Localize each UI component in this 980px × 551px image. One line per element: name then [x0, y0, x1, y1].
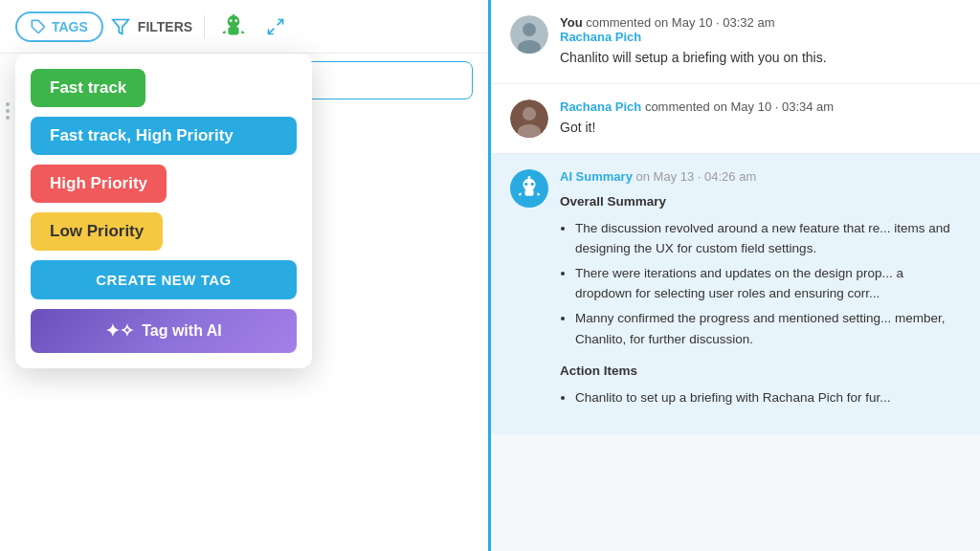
comment-rachana-text: Got it!: [560, 118, 961, 138]
svg-point-3: [230, 19, 233, 22]
comment-rachana: Rachana Pich commented on May 10 · 03:34…: [491, 84, 980, 154]
comment-you-text: Chanlito will setup a briefing with you …: [560, 48, 961, 68]
comment-you-body: You commented on May 10 · 03:32 am Racha…: [560, 15, 961, 68]
svg-line-9: [278, 19, 283, 25]
comment-rachana-body: Rachana Pich commented on May 10 · 03:34…: [560, 99, 961, 138]
bullet-2: There were iterations and updates on the…: [575, 263, 961, 304]
svg-point-15: [523, 107, 536, 121]
comment-you: You commented on May 10 · 03:32 am Racha…: [491, 0, 980, 84]
right-panel: You commented on May 10 · 03:32 am Racha…: [488, 0, 980, 551]
tags-tab[interactable]: TAGS: [15, 11, 103, 42]
comment-rachana-meta: Rachana Pich commented on May 10 · 03:34…: [560, 99, 961, 114]
ai-robot-icon: [220, 13, 247, 40]
three-dots: [2, 99, 13, 123]
tag-ai-label: Tag with AI: [142, 322, 222, 340]
tags-label: TAGS: [52, 19, 88, 34]
bullet-1: The discussion revolved around a new fea…: [575, 218, 961, 259]
svg-point-22: [528, 176, 531, 179]
toolbar-divider: [204, 15, 205, 38]
expand-icon-btn[interactable]: [258, 10, 293, 44]
rachana-commented-on: commented on May 10 · 03:34 am: [645, 99, 834, 114]
dot3: [6, 116, 10, 120]
svg-rect-5: [229, 27, 239, 34]
fast-track-tag-btn[interactable]: Fast track: [31, 69, 145, 107]
overall-summary-title: Overall Summary: [560, 191, 961, 212]
low-priority-tag-btn[interactable]: Low Priority: [31, 212, 163, 251]
expand-icon: [266, 17, 285, 36]
high-priority-tag-btn[interactable]: High Priority: [31, 165, 167, 203]
svg-point-19: [531, 183, 534, 186]
ai-summary-content: Overall Summary The discussion revolved …: [560, 191, 961, 408]
svg-line-10: [269, 28, 275, 33]
rachana-pich-link-1[interactable]: Rachana Pich: [560, 30, 641, 44]
filters-label[interactable]: FILTERS: [138, 19, 192, 34]
you-avatar: [510, 15, 548, 54]
dropdown-panel: Fast track Fast track, High Priority Hig…: [15, 54, 312, 368]
action-items-title: Action Items: [560, 361, 961, 382]
commented-on-text: commented on May 10 · 03:32 am: [586, 15, 774, 30]
svg-point-12: [523, 23, 536, 36]
ai-bot-icon: [517, 176, 542, 201]
ai-avatar: [510, 169, 548, 208]
svg-rect-20: [524, 189, 533, 196]
ai-summary-block: AI Summary on May 13 · 04:26 am Overall …: [491, 154, 980, 434]
left-panel: TAGS FILTERS: [0, 0, 488, 551]
ai-stars-icon: ✦✧: [105, 320, 134, 342]
tag-with-ai-btn[interactable]: ✦✧ Tag with AI: [31, 309, 297, 353]
action-bullets: Chanlito to set up a briefing with Racha…: [560, 387, 961, 408]
ai-content: AI Summary on May 13 · 04:26 am Overall …: [560, 169, 961, 419]
comment-you-meta: You commented on May 10 · 03:32 am Racha…: [560, 15, 961, 44]
bullet-3: Manny confirmed the progress and mention…: [575, 308, 961, 349]
ai-summary-label: AI Summary: [560, 169, 633, 184]
rachana-avatar: [510, 99, 548, 138]
dot1: [6, 102, 10, 106]
svg-point-4: [235, 19, 238, 22]
svg-point-8: [233, 13, 234, 15]
ai-meta: AI Summary on May 13 · 04:26 am: [560, 169, 961, 184]
svg-point-18: [524, 183, 527, 186]
rachana-pich-link-2[interactable]: Rachana Pich: [560, 99, 641, 114]
toolbar: TAGS FILTERS: [0, 0, 488, 54]
action-bullet-1: Chanlito to set up a briefing with Racha…: [575, 387, 961, 408]
svg-point-6: [233, 15, 235, 18]
dot2: [6, 109, 10, 113]
svg-marker-1: [113, 19, 129, 33]
ai-timestamp: on May 13 · 04:26 am: [636, 169, 757, 184]
ai-icon-btn[interactable]: [216, 10, 251, 44]
fast-track-high-priority-tag-btn[interactable]: Fast track, High Priority: [31, 117, 297, 155]
filter-icon: [111, 17, 130, 36]
create-new-tag-btn[interactable]: CREATE NEW TAG: [31, 260, 297, 299]
you-label: You: [560, 15, 583, 30]
tag-icon: [31, 19, 46, 34]
overall-bullets: The discussion revolved around a new fea…: [560, 218, 961, 350]
